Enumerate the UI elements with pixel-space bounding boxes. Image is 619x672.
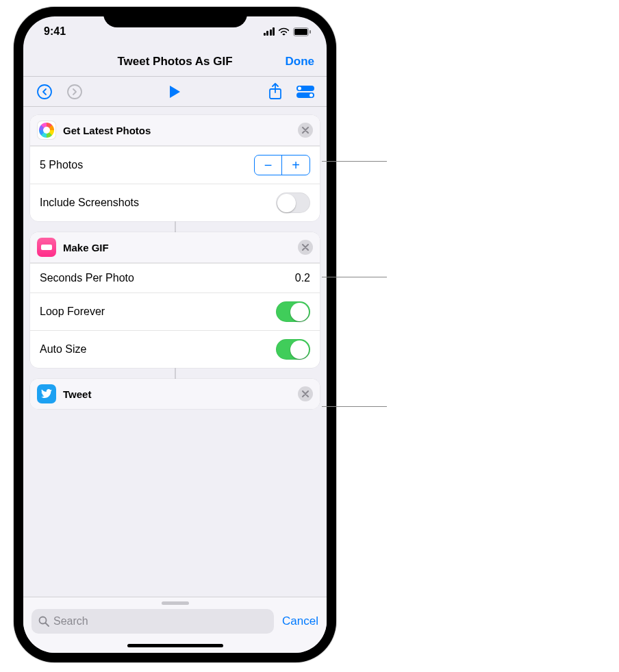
settings-toggle-button[interactable] [295, 82, 316, 102]
svg-point-7 [298, 86, 301, 90]
photo-count-label: 5 Photos [40, 159, 83, 171]
actions-list: Get Latest Photos 5 Photos − + Include S… [23, 107, 327, 409]
delete-action-button[interactable] [298, 386, 313, 401]
action-header[interactable]: Get Latest Photos [30, 115, 320, 146]
screen: 9:41 Tweet Photos As GIF Done [23, 16, 327, 653]
search-placeholder: Search [53, 615, 88, 627]
play-icon [170, 86, 180, 98]
undo-button[interactable] [34, 82, 55, 102]
seconds-per-photo-row[interactable]: Seconds Per Photo 0.2 [30, 263, 320, 293]
cancel-button[interactable]: Cancel [282, 614, 318, 628]
action-title: Get Latest Photos [63, 125, 291, 136]
autosize-label: Auto Size [40, 343, 86, 356]
gif-icon [37, 238, 56, 257]
home-indicator[interactable] [127, 644, 223, 647]
photo-count-row: 5 Photos − + [30, 146, 320, 184]
seconds-value: 0.2 [295, 272, 310, 284]
include-screenshots-row: Include Screenshots [30, 184, 320, 221]
toolbar [23, 77, 327, 107]
callout-line [322, 277, 387, 277]
loop-forever-toggle[interactable] [276, 301, 310, 322]
connector [175, 221, 176, 232]
notch [103, 7, 247, 27]
action-header[interactable]: Tweet [30, 379, 320, 409]
grabber-handle[interactable] [162, 601, 189, 605]
svg-rect-2 [310, 30, 311, 34]
delete-action-button[interactable] [298, 240, 313, 255]
action-title: Make GIF [63, 242, 291, 253]
action-header[interactable]: Make GIF [30, 232, 320, 263]
stepper-minus[interactable]: − [255, 155, 282, 175]
phone-frame: 9:41 Tweet Photos As GIF Done [14, 7, 336, 662]
delete-action-button[interactable] [298, 123, 313, 138]
status-right [264, 27, 312, 36]
auto-size-toggle[interactable] [276, 339, 310, 360]
share-button[interactable] [265, 82, 286, 102]
svg-point-9 [310, 93, 313, 97]
run-button[interactable] [165, 82, 186, 102]
nav-bar: Tweet Photos As GIF Done [23, 47, 327, 77]
stepper-plus[interactable]: + [282, 155, 310, 175]
action-title: Tweet [63, 388, 291, 400]
battery-icon [293, 27, 312, 36]
action-get-latest-photos: Get Latest Photos 5 Photos − + Include S… [30, 115, 320, 221]
photos-icon [37, 121, 56, 140]
include-screenshots-toggle[interactable] [276, 192, 310, 213]
callout-line [322, 161, 387, 162]
svg-rect-1 [294, 29, 307, 35]
action-make-gif: Make GIF Seconds Per Photo 0.2 Loop Fore… [30, 232, 320, 368]
done-button[interactable]: Done [286, 55, 315, 69]
action-tweet: Tweet [30, 379, 320, 409]
loop-forever-row: Loop Forever [30, 293, 320, 330]
callout-line [322, 406, 387, 407]
svg-point-4 [68, 85, 81, 99]
include-screenshots-label: Include Screenshots [40, 197, 139, 209]
redo-button[interactable] [64, 82, 85, 102]
search-input[interactable]: Search [31, 609, 274, 634]
status-time: 9:41 [44, 25, 66, 38]
search-icon [38, 616, 49, 627]
connector [175, 368, 176, 379]
cellular-icon [264, 27, 275, 36]
loop-label: Loop Forever [40, 306, 105, 318]
seconds-label: Seconds Per Photo [40, 272, 134, 284]
wifi-icon [278, 27, 290, 36]
photo-count-stepper[interactable]: − + [254, 155, 310, 175]
svg-point-3 [38, 85, 51, 99]
auto-size-row: Auto Size [30, 330, 320, 368]
twitter-icon [37, 384, 56, 403]
page-title: Tweet Photos As GIF [117, 55, 232, 69]
